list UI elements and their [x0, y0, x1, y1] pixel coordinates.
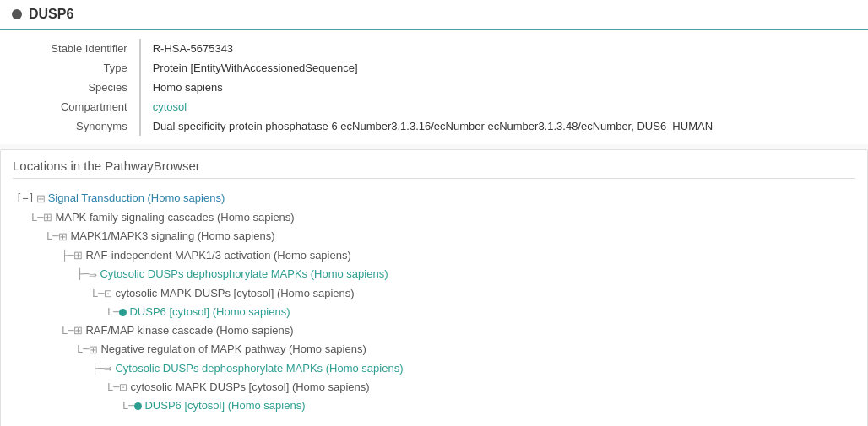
info-label: Compartment — [22, 97, 140, 116]
tree-node: L─⊞MAPK family signaling cascades (Homo … — [16, 208, 855, 228]
tree-connector: ├─ — [92, 363, 104, 375]
info-row: SpeciesHomo sapiens — [22, 78, 847, 97]
pathway-grid-icon: ⊞ — [89, 343, 98, 356]
tree-node: L─⊡cytosolic MAPK DUSPs [cytosol] (Homo … — [16, 284, 855, 303]
tree-node: L─⊞Negative regulation of MAPK pathway (… — [16, 340, 855, 359]
set-icon: ⊡ — [104, 288, 112, 299]
info-label: Synonyms — [22, 116, 140, 136]
pathway-text: cytosolic MAPK DUSPs [cytosol] (Homo sap… — [115, 287, 354, 299]
pathway-grid-icon: ⊞ — [73, 249, 83, 262]
reaction-icon: ⇒ — [104, 363, 112, 375]
set-icon: ⊡ — [119, 381, 127, 393]
tree-node: L─⊞RAF/MAP kinase cascade (Homo sapiens) — [16, 321, 855, 341]
pathway-link[interactable]: Signal Transduction (Homo sapiens) — [48, 191, 225, 204]
locations-section: Locations in the PathwayBrowser [−]⊞Sign… — [0, 149, 868, 426]
tree-connector: L─ — [62, 325, 73, 337]
pathway-link[interactable]: DUSP6 [cytosol] (Homo sapiens) — [129, 305, 290, 318]
info-value: R-HSA-5675343 — [140, 39, 847, 58]
info-row: TypeProtein [EntityWithAccessionedSequen… — [22, 58, 847, 78]
entity-dot-icon — [119, 309, 127, 316]
info-value: Homo sapiens — [140, 78, 847, 97]
pathway-grid-icon: ⊞ — [73, 324, 83, 337]
tree-connector: ├─ — [77, 268, 89, 280]
info-row: Compartmentcytosol — [22, 97, 847, 116]
expand-icon[interactable]: [−] — [16, 192, 35, 204]
locations-title: Locations in the PathwayBrowser — [13, 159, 855, 179]
info-label: Stable Identifier — [22, 39, 140, 58]
info-label: Type — [22, 58, 140, 78]
tree-node: L─⊞MAPK1/MAPK3 signaling (Homo sapiens) — [16, 227, 855, 246]
info-value: Dual specificity protein phosphatase 6 e… — [140, 116, 847, 136]
info-link[interactable]: cytosol — [153, 100, 187, 113]
tree-node: ├─⊞RAF-independent MAPK1/3 activation (H… — [16, 246, 855, 266]
pathway-link[interactable]: Cytosolic DUSPs dephosphorylate MAPKs (H… — [115, 362, 403, 375]
entity-title: DUSP6 — [29, 7, 73, 22]
info-value: Protein [EntityWithAccessionedSequence] — [140, 58, 847, 78]
entity-dot-icon — [12, 9, 22, 19]
tree-connector: L─ — [122, 400, 134, 412]
pathway-text: MAPK1/MAPK3 signaling (Homo sapiens) — [70, 229, 274, 242]
info-table: Stable IdentifierR-HSA-5675343TypeProtei… — [22, 39, 847, 136]
entity-dot-icon — [134, 402, 142, 410]
tree-node: ├─⇒Cytosolic DUSPs dephosphorylate MAPKs… — [16, 265, 855, 283]
pathway-tree: [−]⊞Signal Transduction (Homo sapiens)L─… — [13, 189, 855, 415]
tree-connector: L─ — [107, 306, 119, 318]
tree-connector: ├─ — [62, 250, 73, 262]
tree-connector: L─ — [77, 343, 89, 355]
tree-node: [−]⊞Signal Transduction (Homo sapiens) — [16, 189, 855, 208]
page-header: DUSP6 — [0, 0, 868, 30]
tree-node: L─DUSP6 [cytosol] (Homo sapiens) — [16, 303, 855, 321]
pathway-link[interactable]: DUSP6 [cytosol] (Homo sapiens) — [144, 399, 305, 412]
info-row: Stable IdentifierR-HSA-5675343 — [22, 39, 847, 58]
pathway-text: cytosolic MAPK DUSPs [cytosol] (Homo sap… — [130, 380, 369, 393]
pathway-grid-icon: ⊞ — [58, 230, 68, 243]
tree-node: L─DUSP6 [cytosol] (Homo sapiens) — [16, 396, 855, 415]
pathway-text: RAF-independent MAPK1/3 activation (Homo… — [85, 249, 350, 262]
info-section: Stable IdentifierR-HSA-5675343TypeProtei… — [0, 30, 868, 144]
reaction-icon: ⇒ — [89, 269, 97, 281]
info-label: Species — [22, 78, 140, 97]
pathway-text: RAF/MAP kinase cascade (Homo sapiens) — [85, 324, 293, 337]
info-value: cytosol — [140, 97, 847, 116]
tree-connector: L─ — [92, 288, 104, 299]
tree-connector: L─ — [46, 230, 58, 242]
tree-node: ├─⇒Cytosolic DUSPs dephosphorylate MAPKs… — [16, 359, 855, 378]
info-row: SynonymsDual specificity protein phospha… — [22, 116, 847, 136]
tree-connector: L─ — [107, 381, 119, 393]
pathway-text: Negative regulation of MAPK pathway (Hom… — [100, 342, 366, 355]
tree-connector: L─ — [31, 212, 43, 224]
pathway-grid-icon: ⊞ — [36, 192, 46, 205]
pathway-text: MAPK family signaling cascades (Homo sap… — [55, 211, 294, 224]
tree-node: L─⊡cytosolic MAPK DUSPs [cytosol] (Homo … — [16, 378, 855, 396]
pathway-grid-icon: ⊞ — [43, 211, 52, 224]
pathway-link[interactable]: Cytosolic DUSPs dephosphorylate MAPKs (H… — [100, 267, 388, 280]
